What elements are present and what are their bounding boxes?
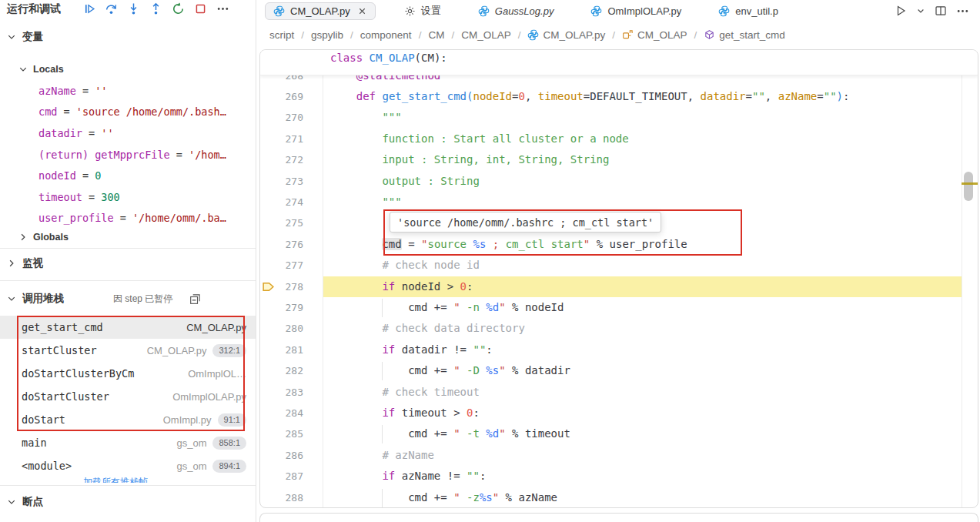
code-line-287[interactable]: 287 if azName != "": (260, 466, 978, 487)
code-line-282[interactable]: 282 cmd += " -D %s" % datadir (260, 360, 978, 381)
stack-frame[interactable]: get_start_cmdCM_OLAP.py (0, 316, 256, 339)
line-number: 269 (260, 86, 303, 107)
continue-icon[interactable] (81, 1, 96, 16)
code-line-277[interactable]: 277 # check node id (260, 255, 978, 276)
breadcrumb-item-CM_OLAP[interactable]: CM_OLAP (461, 29, 511, 41)
code-line-269[interactable]: 269 def get_start_cmd(nodeId=0, timeout=… (260, 86, 978, 107)
breadcrumb-item-CM[interactable]: CM (428, 29, 444, 41)
frame-file: CM_OLAP.py (147, 345, 207, 356)
breadcrumb-item-CM_OLAP[interactable]: CM_OLAP (622, 29, 687, 41)
python-icon (273, 5, 285, 17)
section-breakpoints[interactable]: 断点 (0, 493, 256, 511)
code-line-273[interactable]: 273 output : String (260, 171, 978, 192)
code-text: """ (330, 192, 402, 212)
variable-row[interactable]: timeout = 300 (0, 186, 256, 208)
code-line-286[interactable]: 286 # azName (260, 445, 978, 466)
subsection-locals[interactable]: Locals (18, 62, 64, 77)
variable-row[interactable]: azName = '' (0, 80, 256, 102)
chevron-down-icon (7, 32, 16, 42)
line-number: 274 (260, 192, 303, 212)
code-line-281[interactable]: 281 if datadir != "": (260, 340, 978, 360)
step-into-icon[interactable] (125, 1, 141, 16)
code-text: """ (330, 107, 402, 128)
code-line-278[interactable]: 278 if nodeId > 0: (260, 276, 978, 297)
restart-icon[interactable] (170, 1, 186, 16)
stop-icon[interactable] (192, 1, 208, 16)
python-icon (718, 5, 730, 17)
split-editor-icon[interactable] (935, 5, 947, 17)
code-text: def get_start_cmd(nodeId=0, timeout=DEFA… (330, 86, 849, 107)
load-all-frames-link[interactable]: 加载所有堆栈帧 (83, 476, 206, 483)
variables-list: azName = ''cmd = 'source /home/omm/.bash… (0, 80, 256, 229)
tab-CM_OLAP.py[interactable]: CM_OLAP.py (265, 2, 376, 20)
breadcrumb-item-script[interactable]: script (269, 29, 294, 41)
code-line-283[interactable]: 283 # check timeout (260, 382, 978, 403)
chevron-right-icon (18, 233, 28, 242)
code-line-280[interactable]: 280 # check data directory (260, 318, 978, 339)
subsection-globals[interactable]: Globals (18, 229, 69, 245)
gutter-border (323, 50, 323, 507)
chevron-right-icon (7, 259, 16, 268)
frame-file: OmImplOL… (188, 368, 246, 380)
variable-row[interactable]: cmd = 'source /home/omm/.bash… (0, 102, 256, 123)
more-icon[interactable] (956, 5, 969, 18)
variable-row[interactable]: user_profile = '/home/omm/.ba… (0, 208, 256, 229)
code-line-285[interactable]: 285 cmd += " -t %d" % timeout (260, 423, 978, 444)
tab-env_util.p[interactable]: env_util.p (710, 2, 787, 20)
line-number: 273 (260, 171, 303, 192)
code-line-271[interactable]: 271 function : Start all cluster or a no… (260, 129, 978, 149)
frame-line-badge: 858:1 (212, 437, 246, 450)
stack-frame[interactable]: startClusterCM_OLAP.py312:1 (0, 339, 256, 362)
variable-name: user_profile (38, 212, 114, 224)
variable-value: '/home/omm/.ba… (132, 212, 226, 224)
code-line-288[interactable]: 288 cmd += " -z%s" % azName (260, 487, 978, 508)
breadcrumb-item-CM_OLAP.py[interactable]: CM_OLAP.py (527, 29, 605, 41)
code-line-270[interactable]: 270 """ (260, 107, 978, 128)
step-out-icon[interactable] (148, 1, 163, 16)
code-line-279[interactable]: 279 cmd += " -n %d" % nodeId (260, 297, 978, 318)
step-over-icon[interactable] (103, 1, 119, 16)
breadcrumb-item-component[interactable]: component (360, 29, 412, 41)
stack-frame[interactable]: doStartOmImpl.py91:1 (0, 408, 256, 431)
section-variables[interactable]: 变量 (0, 28, 256, 46)
collapse-all-icon[interactable] (189, 293, 201, 305)
run-icon[interactable] (895, 5, 907, 17)
stack-frame[interactable]: maings_om858:1 (0, 431, 256, 454)
close-icon[interactable] (357, 6, 367, 16)
code-line-284[interactable]: 284 if timeout > 0: (260, 403, 978, 423)
line-number: 288 (260, 487, 303, 508)
variable-row[interactable]: nodeId = 0 (0, 165, 256, 186)
stack-frame[interactable]: doStartClusterByCmOmImplOL… (0, 362, 256, 385)
tab-label: OmImplOLAP.py (607, 5, 681, 17)
code-text: input : String, int, String, String (330, 149, 609, 170)
variable-row[interactable]: (return) getMpprcFile = '/hom… (0, 144, 256, 166)
globals-label: Globals (33, 232, 69, 243)
tab-设置[interactable]: 设置 (396, 1, 450, 21)
breadcrumb-label: CM (428, 29, 444, 41)
code-line-272[interactable]: 272 input : String, int, String, String (260, 149, 978, 170)
breadcrumb-label: get_start_cmd (719, 29, 785, 41)
section-watch[interactable]: 监视 (0, 254, 256, 273)
tab-OmImplOLAP.py[interactable]: OmImplOLAP.py (582, 2, 690, 20)
variable-row[interactable]: datadir = '' (0, 122, 256, 144)
run-dropdown-icon[interactable] (916, 6, 925, 15)
line-number: 285 (260, 423, 303, 444)
breadcrumb-item-gspylib[interactable]: gspylib (311, 29, 343, 41)
line-number: 277 (260, 255, 303, 276)
callstack-label: 调用堆栈 (22, 292, 64, 306)
stack-frame[interactable]: doStartClusterOmImplOLAP.py (0, 385, 256, 408)
stack-frame[interactable]: <module>gs_om894:1 (0, 454, 256, 477)
divider (0, 485, 256, 486)
line-number: 281 (260, 340, 303, 360)
sticky-scope-header[interactable]: class CM_OLAP(CM): (260, 50, 978, 75)
more-icon[interactable] (215, 1, 230, 16)
code-line-276[interactable]: 276 cmd = "source %s ; cm_ctl start" % u… (260, 234, 978, 255)
section-callstack[interactable]: 调用堆栈 因 step 已暂停 (0, 289, 256, 308)
breadcrumb-item-get_start_cmd[interactable]: get_start_cmd (704, 29, 785, 41)
breadcrumb-separator: / (350, 29, 353, 41)
code-line-274[interactable]: 274 """ (260, 192, 978, 212)
code-text: if timeout > 0: (330, 403, 480, 423)
vertical-scrollbar-thumb[interactable] (964, 172, 973, 201)
tab-GaussLog.py[interactable]: GaussLog.py (470, 2, 563, 20)
frame-function: startCluster (22, 344, 97, 356)
